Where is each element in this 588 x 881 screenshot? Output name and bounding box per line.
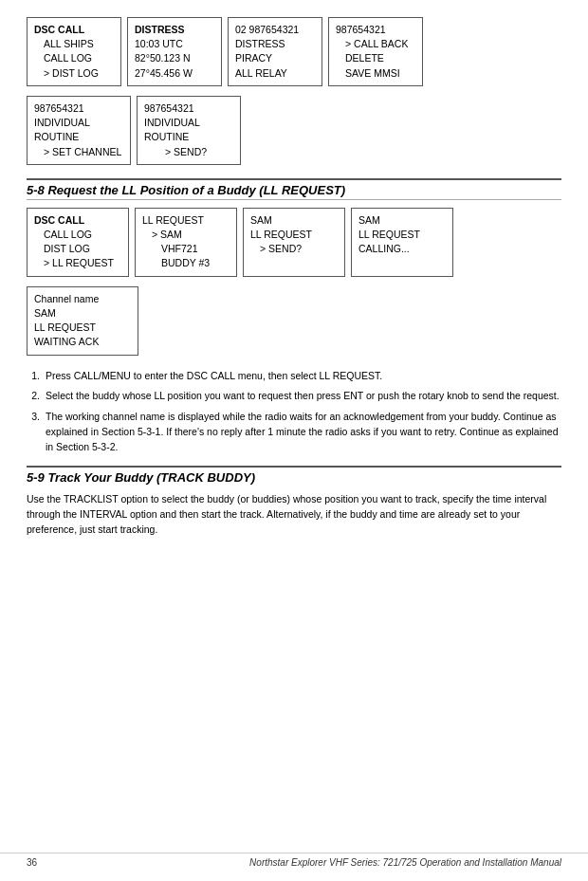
panel-line: ROUTINE <box>34 130 123 144</box>
panel-line: DIST LOG <box>34 242 121 256</box>
footer-title: Northstar Explorer VHF Series: 721/725 O… <box>249 857 561 868</box>
distress-info-panel: 02 987654321 DISTRESS PIRACY ALL RELAY <box>228 17 322 86</box>
section-ll-header: 5-8 Request the LL Position of a Buddy (… <box>27 178 561 200</box>
panel-line: VHF721 <box>142 242 230 256</box>
step-num: 1. <box>27 369 40 384</box>
panel-line: SAM <box>34 306 131 321</box>
panel-line: BUDDY #3 <box>142 256 230 270</box>
panel-line: > SEND? <box>250 242 338 256</box>
panel-line: 02 987654321 <box>235 23 315 37</box>
panel-line: > DIST LOG <box>34 66 114 81</box>
panel-line: DISTRESS <box>135 23 214 37</box>
step-text: Select the buddy whose LL position you w… <box>46 389 561 404</box>
panel-line: ALL RELAY <box>235 66 315 81</box>
top-panels-row1: DSC CALL ALL SHIPS CALL LOG > DIST LOG D… <box>27 17 561 86</box>
step-num: 2. <box>27 389 40 404</box>
panel-line: LL REQUEST <box>250 228 338 242</box>
panel-line: LL REQUEST <box>358 228 446 242</box>
panel-line: PIRACY <box>235 51 315 65</box>
panel-line: CALL LOG <box>34 51 114 65</box>
footer: 36 Northstar Explorer VHF Series: 721/72… <box>0 853 588 868</box>
step-2: 2. Select the buddy whose LL position yo… <box>27 389 561 404</box>
distress-panel: DISTRESS 10:03 UTC 82°50.123 N 27°45.456… <box>127 17 222 86</box>
top-panels-row1b: 987654321 INDIVIDUAL ROUTINE > SET CHANN… <box>27 96 561 165</box>
panel-line: CALL LOG <box>34 228 121 242</box>
individual-routine-panel: 987654321 INDIVIDUAL ROUTINE > SET CHANN… <box>27 96 131 165</box>
panel-line: SAVE MMSI <box>336 66 415 81</box>
panels-row2: DSC CALL CALL LOG DIST LOG > LL REQUEST … <box>27 208 561 277</box>
channel-name-panel: Channel name SAM LL REQUEST WAITING ACK <box>27 286 138 356</box>
panel-line: INDIVIDUAL <box>144 116 233 130</box>
panel-line: > SET CHANNEL <box>34 145 123 159</box>
panel-line: > LL REQUEST <box>34 256 121 270</box>
panel-line: Channel name <box>34 292 131 306</box>
sam-ll-request-send-panel: SAM LL REQUEST > SEND? <box>243 208 345 277</box>
call-back-panel: 987654321 > CALL BACK DELETE SAVE MMSI <box>328 17 423 86</box>
step-text: The working channel name is displayed wh… <box>46 410 561 454</box>
individual-send-panel: 987654321 INDIVIDUAL ROUTINE > SEND? <box>137 96 241 165</box>
panel-line: SAM <box>250 213 338 228</box>
ll-request-sam-panel: LL REQUEST > SAM VHF721 BUDDY #3 <box>135 208 237 277</box>
dsc-call-ll-panel: DSC CALL CALL LOG DIST LOG > LL REQUEST <box>27 208 129 277</box>
panel-line: DELETE <box>336 51 415 65</box>
step-3: 3. The working channel name is displayed… <box>27 410 561 454</box>
section-track-header: 5-9 Track Your Buddy (TRACK BUDDY) <box>27 466 561 486</box>
panel-line: ROUTINE <box>144 130 233 144</box>
panel-line: > SEND? <box>144 145 233 159</box>
panel-line: SAM <box>358 213 446 228</box>
step-text: Press CALL/MENU to enter the DSC CALL me… <box>46 369 561 384</box>
panel-line: 987654321 <box>34 101 123 116</box>
panel-line: DSC CALL <box>34 23 114 37</box>
section-track-body: Use the TRACKLIST option to select the b… <box>27 492 561 537</box>
panel-line: CALLING... <box>358 242 446 256</box>
steps-list: 1. Press CALL/MENU to enter the DSC CALL… <box>27 369 561 455</box>
panel-line: WAITING ACK <box>34 335 131 349</box>
panel-line: DSC CALL <box>34 213 121 228</box>
step-1: 1. Press CALL/MENU to enter the DSC CALL… <box>27 369 561 384</box>
dsc-call-panel: DSC CALL ALL SHIPS CALL LOG > DIST LOG <box>27 17 121 86</box>
panel-line: 987654321 <box>336 23 415 37</box>
panel-line: > CALL BACK <box>336 37 415 51</box>
panel-line: ALL SHIPS <box>34 37 114 51</box>
sam-ll-request-calling-panel: SAM LL REQUEST CALLING... <box>351 208 453 277</box>
step-num: 3. <box>27 410 40 454</box>
panel-line: > SAM <box>142 228 230 242</box>
panel-line: DISTRESS <box>235 37 315 51</box>
panel-line: 82°50.123 N <box>135 51 214 65</box>
page-number: 36 <box>27 857 37 868</box>
panel-line: LL REQUEST <box>142 213 230 228</box>
panel-line: INDIVIDUAL <box>34 116 123 130</box>
panel-line: 10:03 UTC <box>135 37 214 51</box>
panels-row3: Channel name SAM LL REQUEST WAITING ACK <box>27 286 561 356</box>
panel-line: 27°45.456 W <box>135 66 214 81</box>
panel-line: LL REQUEST <box>34 321 131 335</box>
panel-line: 987654321 <box>144 101 233 116</box>
section-ll-title: 5-8 Request the LL Position of a Buddy (… <box>27 183 561 197</box>
section-track-title: 5-9 Track Your Buddy (TRACK BUDDY) <box>27 470 561 485</box>
